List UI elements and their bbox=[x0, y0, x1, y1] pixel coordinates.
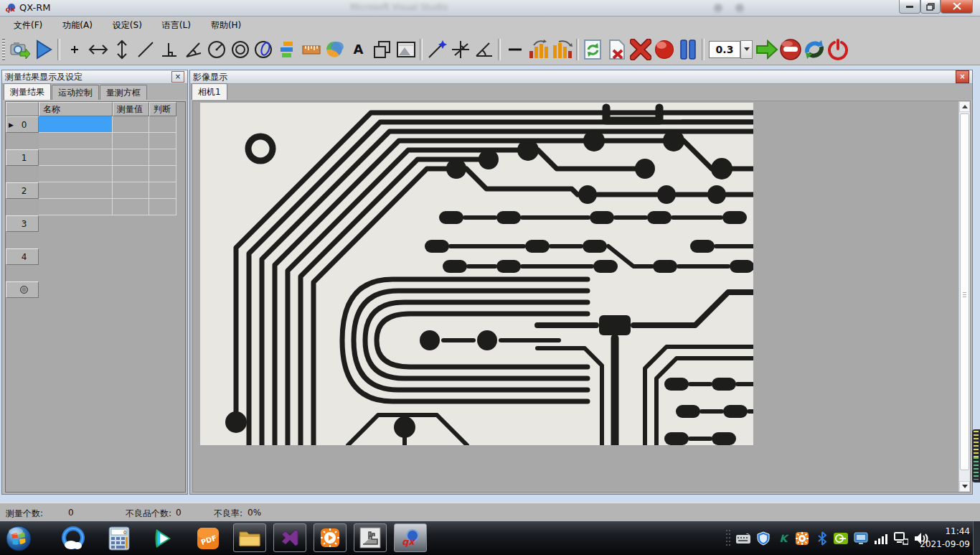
horizontal-distance-button[interactable] bbox=[86, 37, 110, 62]
qx-rm-window-button[interactable]: qx bbox=[394, 523, 427, 552]
capture-image-button[interactable] bbox=[8, 37, 32, 62]
go-button[interactable] bbox=[755, 37, 778, 62]
pdf-reader-icon[interactable]: PDF bbox=[195, 526, 221, 551]
tab-measure-result[interactable]: 测量结果 bbox=[4, 83, 51, 100]
table-cell[interactable] bbox=[149, 116, 176, 133]
table-cell[interactable] bbox=[113, 116, 149, 133]
image-panel-close-button[interactable]: × bbox=[956, 70, 969, 83]
video-player-icon[interactable] bbox=[151, 526, 176, 551]
network-tray-icon[interactable] bbox=[894, 531, 908, 546]
ruler-tool-button[interactable] bbox=[299, 37, 323, 62]
result-table[interactable]: 名称 测量值 判断 ▶ 0 1 2 3 4 bbox=[5, 101, 186, 493]
concentric-circles-button[interactable] bbox=[228, 37, 252, 62]
table-cell[interactable] bbox=[39, 149, 113, 166]
scroll-down-button[interactable] bbox=[959, 481, 970, 492]
table-cell[interactable] bbox=[113, 133, 149, 149]
row-header-1[interactable]: 1 bbox=[6, 149, 39, 166]
menu-file[interactable]: 文件(F) bbox=[7, 17, 49, 34]
visual-studio-window-button[interactable] bbox=[273, 523, 306, 552]
pause-button[interactable] bbox=[676, 37, 699, 62]
stop-button[interactable] bbox=[778, 37, 802, 62]
menu-language[interactable]: 语言(L) bbox=[156, 17, 197, 34]
tab-measure-box[interactable]: 量测方框 bbox=[100, 85, 147, 100]
zoom-dropdown-button[interactable] bbox=[740, 40, 753, 59]
nvidia-tray-icon[interactable] bbox=[834, 531, 848, 546]
histogram-run-button[interactable] bbox=[527, 37, 550, 62]
table-cell[interactable] bbox=[149, 166, 176, 182]
column-header-value[interactable]: 测量值 bbox=[113, 102, 149, 116]
histogram-stop-button[interactable] bbox=[550, 37, 574, 62]
image-vertical-scrollbar[interactable] bbox=[958, 101, 970, 492]
device-app-window-button[interactable] bbox=[354, 523, 387, 552]
record-button[interactable] bbox=[652, 37, 676, 62]
pie-chart-button[interactable] bbox=[323, 37, 347, 62]
power-button[interactable] bbox=[826, 37, 849, 62]
measurement-panel-close-button[interactable]: × bbox=[171, 71, 184, 83]
file-explorer-window-button[interactable] bbox=[233, 523, 266, 552]
tab-camera1[interactable]: 相机1 bbox=[192, 83, 227, 100]
table-cell[interactable] bbox=[113, 182, 149, 199]
column-header-name[interactable]: 名称 bbox=[39, 102, 113, 116]
image-tool-button[interactable] bbox=[394, 37, 418, 62]
angle-measure-button[interactable] bbox=[472, 37, 496, 62]
table-cell[interactable] bbox=[39, 133, 113, 149]
delete-page-button[interactable] bbox=[605, 37, 628, 62]
row-header-new[interactable] bbox=[6, 281, 39, 298]
zoom-value[interactable]: 0.3 bbox=[709, 41, 740, 58]
color-bars-button[interactable] bbox=[275, 37, 299, 62]
table-cell[interactable] bbox=[149, 149, 176, 166]
table-cell[interactable] bbox=[149, 133, 176, 149]
minimize-button[interactable] bbox=[899, 0, 920, 14]
calculator-icon[interactable]: 0 bbox=[106, 526, 132, 551]
k-antivirus-tray-icon[interactable]: K bbox=[776, 531, 791, 546]
show-desktop-button[interactable] bbox=[973, 521, 980, 555]
text-tool-button[interactable]: A bbox=[347, 37, 370, 62]
table-cell[interactable] bbox=[39, 166, 113, 182]
blob-tool-button[interactable] bbox=[252, 37, 275, 62]
row-header-4[interactable]: 4 bbox=[6, 248, 39, 265]
display-tray-icon[interactable] bbox=[854, 531, 868, 546]
row-header-3[interactable]: 3 bbox=[6, 215, 39, 232]
row-header-2[interactable]: 2 bbox=[6, 182, 39, 199]
angle-tool-button[interactable] bbox=[181, 37, 204, 62]
table-cell[interactable] bbox=[149, 182, 176, 199]
line-tool-button[interactable] bbox=[133, 37, 157, 62]
radius-tool-button[interactable] bbox=[204, 37, 228, 62]
refresh-page-button[interactable] bbox=[581, 37, 605, 62]
start-button[interactable] bbox=[4, 524, 33, 553]
table-cell[interactable] bbox=[39, 199, 113, 215]
cross-angle-button[interactable] bbox=[448, 37, 472, 62]
point-tool-button[interactable] bbox=[62, 37, 86, 62]
keyboard-tray-icon[interactable] bbox=[736, 531, 750, 546]
run-button[interactable] bbox=[32, 37, 55, 62]
perpendicular-tool-button[interactable] bbox=[157, 37, 181, 62]
table-cell[interactable] bbox=[149, 199, 176, 215]
taskbar-clock[interactable]: 11:44 2021-09-09 bbox=[920, 525, 970, 551]
scroll-up-button[interactable] bbox=[959, 101, 970, 112]
table-cell[interactable] bbox=[113, 149, 149, 166]
qq-browser-icon[interactable] bbox=[60, 526, 86, 551]
column-header-judge[interactable]: 判断 bbox=[149, 102, 176, 116]
media-app-window-button[interactable] bbox=[314, 523, 347, 552]
camera-view[interactable] bbox=[192, 101, 971, 493]
table-cell[interactable] bbox=[113, 166, 149, 182]
dash-tool-button[interactable] bbox=[503, 37, 527, 62]
close-button[interactable] bbox=[941, 0, 973, 14]
menu-help[interactable]: 帮助(H) bbox=[204, 17, 248, 34]
row-header-0[interactable]: ▶ 0 bbox=[6, 116, 39, 133]
sync-button[interactable] bbox=[802, 37, 826, 62]
menu-settings[interactable]: 设定(S) bbox=[106, 17, 149, 34]
toolbar-grip[interactable] bbox=[2, 39, 5, 60]
pcb-image[interactable] bbox=[200, 103, 753, 445]
menu-function[interactable]: 功能(A) bbox=[56, 17, 99, 34]
delete-all-button[interactable] bbox=[628, 37, 652, 62]
table-cell-selected[interactable] bbox=[39, 116, 113, 133]
bluetooth-tray-icon[interactable] bbox=[815, 531, 829, 546]
settings-gear-tray-icon[interactable] bbox=[795, 531, 809, 546]
signal-tray-icon[interactable] bbox=[874, 531, 888, 546]
tab-motion-control[interactable]: 运动控制 bbox=[52, 85, 99, 100]
restore-button[interactable] bbox=[920, 0, 941, 14]
table-cell[interactable] bbox=[39, 182, 113, 199]
table-cell[interactable] bbox=[113, 199, 149, 215]
copy-shapes-button[interactable] bbox=[370, 37, 394, 62]
